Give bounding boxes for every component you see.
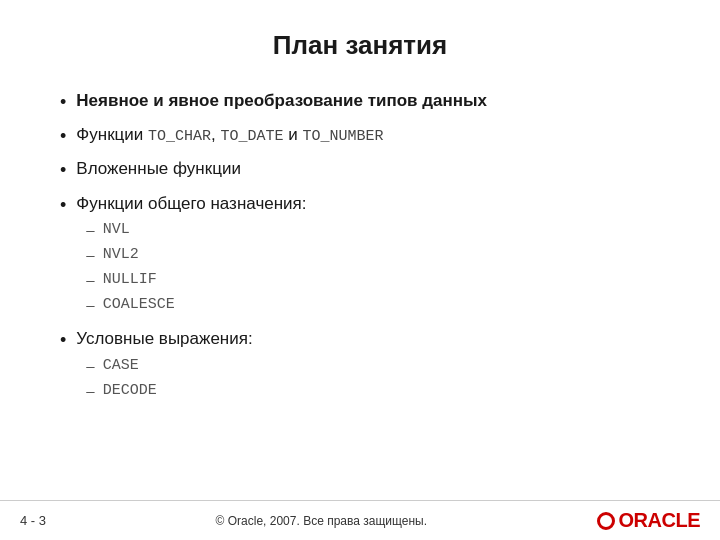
sep2: и xyxy=(284,125,303,144)
bullet-text: Вложенные функции xyxy=(76,157,241,181)
sub-list-item: –NVL xyxy=(86,219,306,240)
bullet-text: Функции TO_CHAR, TO_DATE и TO_NUMBER xyxy=(76,123,383,147)
page-number: 4 - 3 xyxy=(20,513,46,528)
dash-icon: – xyxy=(86,269,94,290)
list-item: • Неявное и явное преобразование типов д… xyxy=(60,89,660,115)
dash-icon: – xyxy=(86,244,94,265)
dash-icon: – xyxy=(86,380,94,401)
code-to-date: TO_DATE xyxy=(220,128,283,145)
bullet-dot: • xyxy=(60,158,66,183)
oracle-logo: ORACLE xyxy=(597,509,700,532)
bullet-dot: • xyxy=(60,124,66,149)
sub-list: –CASE –DECODE xyxy=(86,355,252,401)
bullet-dot: • xyxy=(60,328,66,353)
sub-list-item: –NULLIF xyxy=(86,269,306,290)
sub-list-item: –NVL2 xyxy=(86,244,306,265)
bullet-text: Неявное и явное преобразование типов дан… xyxy=(76,89,487,113)
dash-icon: – xyxy=(86,294,94,315)
dash-icon: – xyxy=(86,219,94,240)
bullet-dot: • xyxy=(60,90,66,115)
oracle-logo-circle xyxy=(597,512,615,530)
oracle-logo-text: ORACLE xyxy=(619,509,700,532)
bullet-4-text: Функции общего назначения: xyxy=(76,194,306,213)
text-prefix: Функции xyxy=(76,125,148,144)
bullet-text: Условные выражения: –CASE –DECODE xyxy=(76,327,252,405)
copyright-text: © Oracle, 2007. Все права защищены. xyxy=(46,514,597,528)
bullet-5-text: Условные выражения: xyxy=(76,329,252,348)
list-item: • Функции TO_CHAR, TO_DATE и TO_NUMBER xyxy=(60,123,660,149)
list-item: • Условные выражения: –CASE –DECODE xyxy=(60,327,660,405)
slide-title: План занятия xyxy=(60,30,660,61)
slide-content: План занятия • Неявное и явное преобразо… xyxy=(0,0,720,500)
list-item: • Вложенные функции xyxy=(60,157,660,183)
bullet-text: Функции общего назначения: –NVL –NVL2 –N… xyxy=(76,192,306,320)
footer: 4 - 3 © Oracle, 2007. Все права защищены… xyxy=(0,500,720,540)
slide: План занятия • Неявное и явное преобразо… xyxy=(0,0,720,540)
bullet-dot: • xyxy=(60,193,66,218)
sub-list-item: –COALESCE xyxy=(86,294,306,315)
list-item: • Функции общего назначения: –NVL –NVL2 … xyxy=(60,192,660,320)
sub-list-item: –CASE xyxy=(86,355,252,376)
code-to-char: TO_CHAR xyxy=(148,128,211,145)
code-to-number: TO_NUMBER xyxy=(302,128,383,145)
bullet-list: • Неявное и явное преобразование типов д… xyxy=(60,89,660,405)
dash-icon: – xyxy=(86,355,94,376)
sub-list-item: –DECODE xyxy=(86,380,252,401)
sub-list: –NVL –NVL2 –NULLIF –COALESCE xyxy=(86,219,306,315)
